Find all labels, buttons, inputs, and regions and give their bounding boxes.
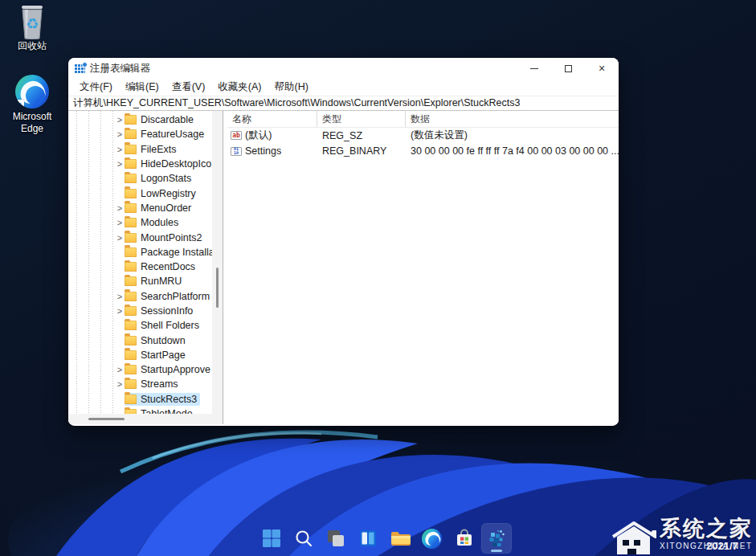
value-name: (默认) xyxy=(245,129,272,142)
tree-vertical-scrollbar[interactable] xyxy=(212,111,223,414)
tree-list: >Discardable>FeatureUsage>FileExts>HideD… xyxy=(68,111,212,414)
tree-item-Shutdown[interactable]: Shutdown xyxy=(68,333,212,347)
minimize-icon xyxy=(530,68,538,69)
tree-item-label: FeatureUsage xyxy=(141,129,204,140)
start-button[interactable] xyxy=(256,523,287,554)
menu-item-2[interactable]: 查看(V) xyxy=(166,79,212,96)
registry-editor-taskbar-button[interactable] xyxy=(481,523,512,554)
expand-chevron-icon[interactable]: > xyxy=(115,233,125,243)
tree-item-Modules[interactable]: >Modules xyxy=(68,215,212,230)
active-app-indicator xyxy=(491,550,502,552)
menu-item-3[interactable]: 收藏夹(A) xyxy=(211,79,268,96)
tree-item-FeatureUsage[interactable]: >FeatureUsage xyxy=(68,127,212,141)
expand-chevron-icon[interactable]: > xyxy=(115,129,125,139)
folder-icon xyxy=(125,379,137,389)
expand-chevron-icon[interactable]: > xyxy=(115,306,125,316)
scrollbar-thumb[interactable] xyxy=(88,418,125,420)
recycle-bin-icon: ♻ xyxy=(6,3,58,40)
scrollbar-thumb[interactable] xyxy=(216,268,219,308)
tree-item-label: LowRegistry xyxy=(141,188,196,199)
desktop-icon-microsoft-edge[interactable]: ↗ Microsoft Edge xyxy=(6,72,58,135)
value-data: 30 00 00 00 fe ff ff ff 7a f4 00 00 03 0… xyxy=(406,145,619,157)
tree-item-Discardable[interactable]: >Discardable xyxy=(68,112,212,127)
tree-item-label: RunMRU xyxy=(141,276,182,287)
file-explorer-button[interactable] xyxy=(385,523,415,554)
registry-editor-window: 注册表编辑器 × 文件(F)编辑(E)查看(V)收藏夹(A)帮助(H) 计算机\… xyxy=(68,58,619,426)
column-header-name[interactable]: 名称 xyxy=(227,111,317,127)
desktop-icon-recycle-bin[interactable]: ♻ 回收站 xyxy=(6,3,58,52)
expand-chevron-icon[interactable]: > xyxy=(115,218,125,227)
folder-icon xyxy=(125,395,137,404)
edge-button[interactable] xyxy=(417,523,447,554)
tree-item-LogonStats[interactable]: LogonStats xyxy=(68,171,212,186)
column-header-data[interactable]: 数据 xyxy=(406,111,619,127)
tree-item-Package Installa[interactable]: Package Installa xyxy=(68,245,212,260)
watermark: 系统之家 XITONGZHIJIA.NET 2021/7 xyxy=(610,514,753,556)
folder-icon xyxy=(125,247,137,257)
expand-chevron-icon[interactable]: > xyxy=(115,379,125,389)
menu-item-4[interactable]: 帮助(H) xyxy=(268,79,314,96)
close-button[interactable]: × xyxy=(585,58,619,79)
expand-chevron-icon[interactable]: > xyxy=(115,159,125,169)
tree-item-LowRegistry[interactable]: LowRegistry xyxy=(68,186,212,200)
edge-icon xyxy=(422,529,442,549)
tree-item-StartupApprove[interactable]: >StartupApprove xyxy=(68,362,212,377)
tree-item-FileExts[interactable]: >FileExts xyxy=(68,142,212,157)
tree-item-MountPoints2[interactable]: >MountPoints2 xyxy=(68,230,212,244)
title-bar[interactable]: 注册表编辑器 × xyxy=(68,58,619,79)
edge-icon: ↗ xyxy=(15,75,49,108)
widgets-icon xyxy=(358,529,378,548)
watermark-brand: 系统之家 xyxy=(660,514,753,543)
house-logo-icon xyxy=(610,519,656,556)
maximize-button[interactable] xyxy=(551,58,585,79)
folder-icon xyxy=(125,189,137,198)
value-row-(默认)[interactable]: ab(默认)REG_SZ(数值未设置) xyxy=(227,128,619,144)
expand-chevron-icon[interactable]: > xyxy=(115,145,125,154)
tree-item-HideDesktopIco[interactable]: >HideDesktopIco xyxy=(68,157,212,171)
expand-chevron-icon[interactable]: > xyxy=(115,115,125,125)
folder-icon xyxy=(125,218,137,227)
folder-icon xyxy=(125,203,137,213)
tree-item-label: Streams xyxy=(141,378,178,390)
tree-item-SearchPlatform[interactable]: >SearchPlatform xyxy=(68,289,212,304)
expand-chevron-icon[interactable]: > xyxy=(115,292,125,301)
tree-item-label: Shell Folders xyxy=(141,320,199,331)
tree-item-label: StartupApprove xyxy=(141,364,210,375)
tree-item-label: FileExts xyxy=(141,144,176,155)
tree-item-Streams[interactable]: >Streams xyxy=(68,377,212,391)
value-row-Settings[interactable]: 01 10SettingsREG_BINARY30 00 00 00 fe ff… xyxy=(227,144,619,160)
store-button[interactable] xyxy=(449,523,480,554)
address-bar[interactable]: 计算机\HKEY_CURRENT_USER\Software\Microsoft… xyxy=(68,96,619,111)
task-view-button[interactable] xyxy=(321,523,351,554)
tree-item-label: MenuOrder xyxy=(141,202,191,214)
tree-horizontal-scrollbar[interactable] xyxy=(68,414,212,424)
tree-item-StartPage[interactable]: StartPage xyxy=(68,348,212,362)
tree-item-label: SessionInfo xyxy=(141,305,193,317)
column-header-type[interactable]: 类型 xyxy=(317,111,406,127)
folder-icon xyxy=(125,321,137,330)
scrollbar-corner xyxy=(212,414,223,424)
tree-item-MenuOrder[interactable]: >MenuOrder xyxy=(68,201,212,215)
widgets-button[interactable] xyxy=(353,523,383,554)
tree-item-RunMRU[interactable]: RunMRU xyxy=(68,274,212,288)
expand-chevron-icon[interactable]: > xyxy=(115,365,125,374)
tree-item-TabletMode[interactable]: TabletMode xyxy=(68,407,212,414)
menu-item-0[interactable]: 文件(F) xyxy=(73,79,119,96)
folder-icon xyxy=(125,233,137,243)
value-data: (数值未设置) xyxy=(406,129,619,142)
window-title: 注册表编辑器 xyxy=(90,62,150,76)
tree-item-Shell Folders[interactable]: Shell Folders xyxy=(68,318,212,333)
menu-item-1[interactable]: 编辑(E) xyxy=(119,79,166,96)
tree-item-RecentDocs[interactable]: RecentDocs xyxy=(68,260,212,274)
shortcut-arrow-icon: ↗ xyxy=(15,100,24,108)
registry-editor-icon xyxy=(486,528,507,549)
string-value-icon: ab xyxy=(231,131,242,140)
folder-icon xyxy=(125,145,137,154)
maximize-icon xyxy=(565,65,572,72)
search-button[interactable] xyxy=(288,523,319,554)
desktop-icon-label: 回收站 xyxy=(6,40,58,52)
tree-item-StuckRects3[interactable]: StuckRects3 xyxy=(68,392,212,407)
expand-chevron-icon[interactable]: > xyxy=(115,203,125,213)
minimize-button[interactable] xyxy=(517,58,551,79)
tree-item-SessionInfo[interactable]: >SessionInfo xyxy=(68,304,212,318)
